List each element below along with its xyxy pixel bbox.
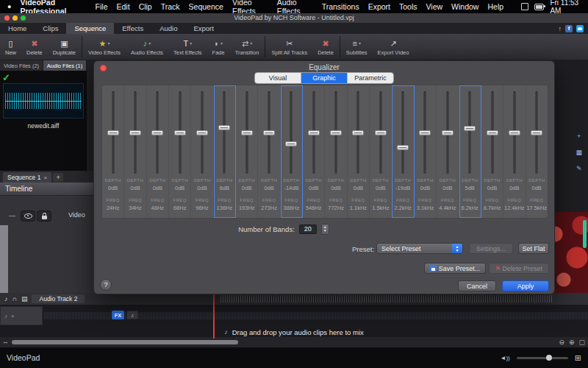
- grid-view-icon[interactable]: ⊞: [575, 353, 581, 363]
- preview-tool-icon-1[interactable]: ▦: [576, 149, 582, 156]
- eq-slider-handle[interactable]: [352, 130, 364, 135]
- lock-track-button[interactable]: [37, 210, 51, 222]
- eq-band-96hz[interactable]: DEPTH0dBFREQ96Hz: [191, 85, 213, 218]
- share-icon[interactable]: ↑: [559, 25, 562, 32]
- zoom-in-icon[interactable]: ⊕: [569, 339, 575, 346]
- eq-tab-graphic[interactable]: Graphic: [301, 73, 347, 83]
- eq-slider-handle[interactable]: [218, 125, 230, 130]
- toolbar-fade-button[interactable]: ◗▾Fade: [207, 34, 230, 60]
- menubar-item-sequence[interactable]: Sequence: [189, 2, 223, 11]
- eq-band-68hz[interactable]: DEPTH0dBFREQ68Hz: [169, 85, 191, 218]
- film-icon[interactable]: ▤: [21, 295, 28, 302]
- cancel-button[interactable]: Cancel: [458, 280, 496, 291]
- volume-slider[interactable]: [517, 357, 568, 359]
- eq-band-34hz[interactable]: DEPTH0dBFREQ34Hz: [124, 85, 146, 218]
- preview-scrollbar[interactable]: [583, 220, 587, 248]
- menubar-item-track[interactable]: Track: [161, 2, 180, 11]
- fit-view-icon[interactable]: ▢: [578, 339, 585, 346]
- preview-tool-icon-2[interactable]: ✎: [576, 165, 582, 172]
- toolbar-export-video-button[interactable]: ↗Export Video: [373, 34, 415, 60]
- battery-icon[interactable]: [534, 4, 544, 10]
- track-speaker-button[interactable]: ♪: [126, 311, 138, 319]
- media-tab-audio-files-1-[interactable]: Audio Files (1): [43, 60, 87, 71]
- save-preset-button[interactable]: Save Preset...: [424, 263, 486, 274]
- toolbar-audio-effects-button[interactable]: ♪▾Audio Effects: [126, 34, 168, 60]
- apply-button[interactable]: Apply: [502, 280, 549, 291]
- settings-button[interactable]: Settings...: [469, 243, 513, 254]
- eq-slider-handle[interactable]: [442, 130, 453, 135]
- preset-dropdown[interactable]: Select Preset ▲▼: [376, 243, 463, 254]
- menubar-item-window[interactable]: Window: [451, 2, 478, 11]
- timeline-scrollbar[interactable]: [12, 340, 238, 344]
- apple-menu-icon[interactable]: ●: [7, 4, 11, 10]
- audio-file-name[interactable]: newedit.aiff: [0, 122, 87, 130]
- pan-icon[interactable]: ↔: [2, 338, 9, 345]
- menubar-item-edit[interactable]: Edit: [117, 2, 130, 11]
- toolbar-delete-button[interactable]: ✖Delete: [21, 34, 48, 60]
- toolbar-video-effects-button[interactable]: ★▾Video Effects: [83, 34, 126, 60]
- toolbar-transition-button[interactable]: ⇄▾Transition: [230, 34, 265, 60]
- eq-tab-visual[interactable]: Visual: [255, 73, 301, 83]
- menubar-item-file[interactable]: File: [96, 2, 108, 11]
- close-sequence-icon[interactable]: ×: [43, 174, 47, 181]
- display-icon[interactable]: [521, 3, 528, 10]
- eq-band-546hz[interactable]: DEPTH0dBFREQ546Hz: [303, 85, 325, 218]
- fx-button[interactable]: FX: [112, 311, 124, 319]
- eq-slider-handle[interactable]: [263, 130, 275, 135]
- eq-slider-handle[interactable]: [308, 130, 320, 135]
- audio-track-controls[interactable]: ♪ ×: [0, 306, 43, 325]
- eq-band-136hz[interactable]: DEPTH6dBFREQ136Hz: [214, 85, 236, 218]
- eq-slider-handle[interactable]: [375, 130, 387, 135]
- speaker-icon[interactable]: ♪: [4, 295, 8, 302]
- eq-band-6-2khz[interactable]: DEPTH5dBFREQ6.2kHz: [459, 85, 481, 218]
- ribbon-tab-export[interactable]: Export: [185, 23, 221, 34]
- stepper-down-icon[interactable]: ▼: [323, 229, 327, 233]
- eq-slider-handle[interactable]: [531, 130, 542, 135]
- eq-band-1-5khz[interactable]: DEPTH0dBFREQ1.5kHz: [370, 85, 392, 218]
- eq-band-772hz[interactable]: DEPTH0dBFREQ772Hz: [325, 85, 347, 218]
- toolbar-text-effects-button[interactable]: T▾Text Effects: [168, 34, 207, 60]
- eq-band-4-4khz[interactable]: DEPTH0dBFREQ4.4kHz: [437, 85, 459, 218]
- eq-band-17-5khz[interactable]: DEPTH0dBFREQ17.5kHz: [526, 85, 548, 218]
- eq-slider-handle[interactable]: [487, 130, 498, 135]
- preview-tool-icon-0[interactable]: +: [577, 132, 581, 140]
- eq-slider-handle[interactable]: [151, 130, 163, 135]
- eq-band-24hz[interactable]: DEPTH0dBFREQ24Hz: [102, 85, 124, 218]
- ribbon-tab-home[interactable]: Home: [0, 23, 35, 34]
- eq-band-12-4khz[interactable]: DEPTH0dBFREQ12.4kHz: [503, 85, 526, 218]
- eq-band-8-7khz[interactable]: DEPTH0dBFREQ8.7kHz: [481, 85, 503, 218]
- ribbon-tab-audio[interactable]: Audio: [151, 23, 185, 34]
- sequence-tab[interactable]: Sequence 1 ×: [3, 172, 51, 183]
- volume-knob[interactable]: [546, 355, 552, 361]
- remove-icon[interactable]: ×: [11, 313, 15, 319]
- eq-slider-handle[interactable]: [330, 130, 342, 135]
- eq-slider-handle[interactable]: [464, 126, 476, 131]
- eq-band-273hz[interactable]: DEPTH0dBFREQ273Hz: [258, 85, 280, 218]
- toolbar-split-all-tracks-button[interactable]: ✂Split All Tracks: [266, 34, 312, 60]
- eq-slider-handle[interactable]: [107, 130, 119, 135]
- audio-file-thumbnail[interactable]: [3, 83, 84, 118]
- collapse-track-icon[interactable]: —: [9, 212, 15, 219]
- eq-slider-handle[interactable]: [285, 141, 297, 146]
- eq-band-48hz[interactable]: DEPTH0dBFREQ48Hz: [147, 85, 169, 218]
- ribbon-tab-sequence[interactable]: Sequence: [66, 23, 114, 34]
- eq-slider-handle[interactable]: [241, 130, 253, 135]
- eq-band-3-1khz[interactable]: DEPTH0dBFREQ3.1kHz: [415, 85, 437, 218]
- eq-slider-handle[interactable]: [129, 130, 141, 135]
- eq-band-2-2khz[interactable]: DEPTH-19dBFREQ2.2kHz: [392, 85, 414, 218]
- menubar-item-clip[interactable]: Clip: [139, 2, 152, 11]
- toggle-track-visibility-button[interactable]: [21, 210, 35, 222]
- set-flat-button[interactable]: Set Flat: [518, 243, 549, 254]
- menubar-clock[interactable]: Fri 11:53 AM: [550, 0, 581, 15]
- twitter-icon[interactable]: [576, 25, 584, 32]
- eq-band-193hz[interactable]: DEPTH0dBFREQ193Hz: [236, 85, 258, 218]
- toolbar-duplicate-button[interactable]: ▣Duplicate: [48, 34, 81, 60]
- menubar-item-help[interactable]: Help: [487, 2, 503, 11]
- delete-preset-button[interactable]: ✕ Delete Preset: [489, 263, 549, 274]
- number-of-bands-stepper[interactable]: ▲ ▼: [321, 224, 329, 235]
- add-sequence-button[interactable]: +: [53, 173, 63, 182]
- eq-slider-handle[interactable]: [509, 130, 520, 135]
- help-button[interactable]: ?: [100, 279, 112, 291]
- number-of-bands-input[interactable]: 20: [299, 224, 317, 234]
- menubar-item-view[interactable]: View: [426, 2, 443, 11]
